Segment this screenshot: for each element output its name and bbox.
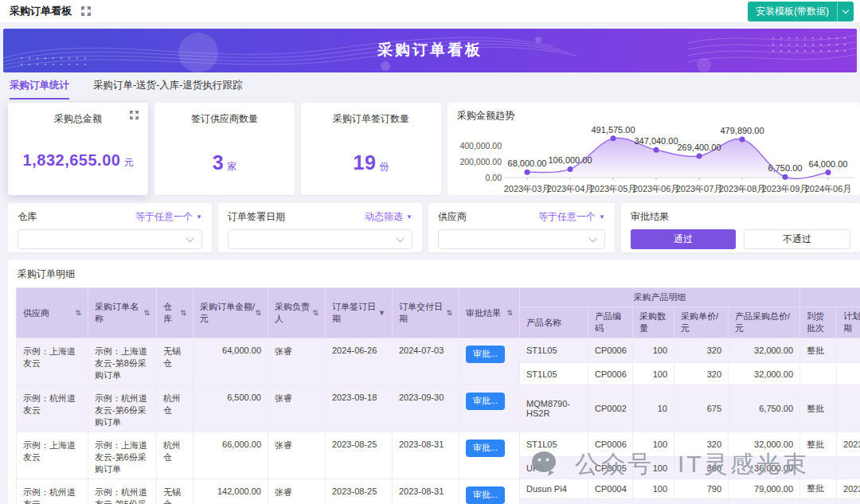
product-total-cell: 32,000.00 <box>729 363 800 385</box>
amount-cell: 6,500.00 <box>194 385 268 432</box>
plan-date-cell: 2023-08-28 <box>837 432 860 457</box>
product-price-cell: 320 <box>674 363 729 385</box>
chevron-down-icon <box>397 234 405 242</box>
caret-down-icon: ▼ <box>599 213 605 221</box>
product-name-cell: UPS <box>520 457 588 479</box>
product-name-cell: MQM8790-HS2R <box>520 498 588 504</box>
svg-text:68,000.00: 68,000.00 <box>508 158 547 168</box>
amount-cell: 64,000.00 <box>194 338 268 385</box>
product-qty-cell: 100 <box>633 432 674 457</box>
sign-date-select[interactable] <box>228 229 412 249</box>
svg-text:400,000.00: 400,000.00 <box>459 141 502 150</box>
product-name-cell: ST1L05 <box>520 338 588 363</box>
fullscreen-icon[interactable] <box>81 6 91 16</box>
sort-icon: ⇅ <box>312 309 319 317</box>
install-template-button[interactable]: 安装模板(带数据) <box>748 2 837 21</box>
supplier-cell: 示例：杭州道友云 <box>17 385 88 432</box>
approval-fail-button[interactable]: 不通过 <box>744 229 850 249</box>
sort-icon: ⇅ <box>143 309 150 317</box>
stat-label: 签订供应商数量 <box>164 112 285 126</box>
filter-supplier: 供应商 等于任意一个▼ <box>428 203 615 252</box>
tab-order-statistics[interactable]: 采购订单统计 <box>10 72 69 100</box>
trend-chart-card: 采购金额趋势 0.00200,000.00400,000.002023年03月2… <box>448 103 860 195</box>
install-template-dropdown[interactable] <box>837 2 854 21</box>
dashboard-banner: 采购订单看板 <box>3 29 857 72</box>
batch-cell: 整批 <box>800 432 837 457</box>
table-row: 示例：上海道友云示例：上海道友云-第6份采购订单杭州仓66,000.00张睿20… <box>17 432 860 457</box>
fullscreen-icon[interactable] <box>130 111 139 120</box>
batch-cell <box>800 363 837 385</box>
col-header-order-name[interactable]: 采购订单名称⇅ <box>88 288 157 338</box>
col-header-supplier[interactable]: 供应商⇅ <box>17 288 88 338</box>
svg-text:200,000.00: 200,000.00 <box>459 157 502 166</box>
trend-area-chart: 0.00200,000.00400,000.002023年03月2023年04月… <box>457 122 855 195</box>
order-name-cell: 示例：上海道友云-第8份采购订单 <box>88 338 157 385</box>
chevron-down-icon <box>842 6 849 13</box>
col-header-batch: 到货批次 <box>800 307 837 338</box>
owner-cell: 张睿 <box>268 479 326 504</box>
sign-date-cell: 2023-08-25 <box>326 432 393 479</box>
plan-date-cell <box>837 385 860 432</box>
batch-cell: 整批 <box>800 338 837 363</box>
approve-button[interactable]: 审批... <box>466 346 505 363</box>
stat-card-total-amount: 采购总金额 1,832,655.00元 <box>8 103 148 195</box>
filter-label: 审批结果 <box>631 210 669 224</box>
product-code-cell: CP0002 <box>588 498 633 504</box>
product-code-cell: CP0006 <box>588 338 633 363</box>
batch-cell <box>800 498 837 504</box>
product-name-cell: ST1L05 <box>520 432 588 457</box>
col-header-approval[interactable]: 审批结果⇅ <box>459 288 520 338</box>
warehouse-select[interactable] <box>18 229 202 249</box>
table-title: 采购订单明细 <box>18 268 860 281</box>
supplier-cell: 示例：杭州道友云 <box>17 479 88 504</box>
deliver-date-cell: 2023-08-31 <box>393 479 459 504</box>
deliver-date-cell: 2024-07-03 <box>393 338 459 385</box>
svg-text:2023年06月: 2023年06月 <box>633 184 680 193</box>
approval-cell: 审批... <box>459 338 520 385</box>
sort-icon: ⇅ <box>446 309 452 317</box>
batch-cell <box>800 457 837 479</box>
col-header-warehouse[interactable]: 仓库⇅ <box>157 288 194 338</box>
svg-text:2023年04月: 2023年04月 <box>547 184 594 193</box>
purchase-order-table: 供应商⇅ 采购订单名称⇅ 仓库⇅ 采购订单金额/元⇅ 采购负责人⇅ 订单签订日期… <box>16 287 860 504</box>
stat-value: 1,832,655.00元 <box>18 151 139 170</box>
filter-sign-date: 订单签署日期 动态筛选▼ <box>218 203 422 252</box>
batch-cell: 整批 <box>800 479 837 499</box>
product-qty-cell: 100 <box>633 457 674 479</box>
svg-text:106,000.00: 106,000.00 <box>548 155 592 165</box>
banner-title: 采购订单看板 <box>3 40 857 61</box>
plan-date-cell <box>837 498 860 504</box>
approval-cell: 审批... <box>459 432 520 479</box>
table-row: 示例：上海道友云示例：上海道友云-第8份采购订单无锡仓64,000.00张睿20… <box>17 338 860 363</box>
col-header-deliver-date[interactable]: 订单交付日期⇅ <box>393 288 459 338</box>
tab-order-tracking[interactable]: 采购订单-送货-入库-退货执行跟踪 <box>93 72 243 100</box>
table-row: 示例：杭州道友云示例：杭州道友云-第5份采购订单无锡仓142,000.00张睿2… <box>17 479 860 499</box>
approve-button[interactable]: 审批... <box>466 486 505 504</box>
table-row: 示例：杭州道友云示例：杭州道友云-第6份采购订单杭州仓6,500.00张睿202… <box>17 385 860 432</box>
svg-text:0.00: 0.00 <box>486 173 502 182</box>
caret-down-icon: ▼ <box>406 213 412 221</box>
approval-pass-button[interactable]: 通过 <box>631 229 736 249</box>
stat-card-supplier-count: 签订供应商数量 3家 <box>154 103 295 195</box>
stats-row: 采购总金额 1,832,655.00元 签订供应商数量 3家 采购订单签订数量 … <box>8 103 860 195</box>
product-code-cell: CP0006 <box>588 432 633 457</box>
filter-operator[interactable]: 等于任意一个▼ <box>135 210 202 224</box>
order-detail-card: 采购订单明细 供应商⇅ 采购订单名称⇅ 仓库⇅ 采购订单金额/元⇅ 采购负责人⇅… <box>8 260 860 504</box>
sort-desc-icon: ▼ <box>378 309 385 317</box>
approve-button[interactable]: 审批... <box>466 440 505 457</box>
filter-warehouse: 仓库 等于任意一个▼ <box>8 203 212 252</box>
supplier-select[interactable] <box>438 229 605 249</box>
product-price-cell: 320 <box>674 338 729 363</box>
col-header-plan-date: 计划到货日期 <box>837 307 860 338</box>
plan-date-cell <box>837 457 860 479</box>
approve-button[interactable]: 审批... <box>466 393 505 410</box>
col-header-amount[interactable]: 采购订单金额/元⇅ <box>194 288 268 338</box>
stat-value: 19份 <box>311 151 432 174</box>
filter-operator[interactable]: 等于任意一个▼ <box>538 210 605 224</box>
chart-title: 采购金额趋势 <box>457 109 855 122</box>
col-header-sign-date[interactable]: 订单签订日期▼ <box>326 288 393 338</box>
product-price-cell: 320 <box>674 432 729 457</box>
filter-operator[interactable]: 动态筛选▼ <box>365 210 412 224</box>
col-header-owner[interactable]: 采购负责人⇅ <box>268 288 326 338</box>
chevron-down-icon <box>589 234 597 242</box>
